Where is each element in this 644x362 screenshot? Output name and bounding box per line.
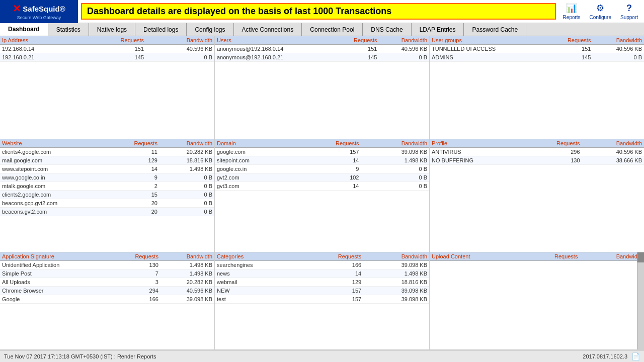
tab-dashboard[interactable]: Dashboard (0, 23, 48, 36)
user-row1-bandwidth: 40.596 KB (379, 45, 429, 53)
ip-row2-label: 192.168.0.21 (0, 53, 83, 62)
scrollbar-thumb[interactable] (637, 252, 644, 262)
configure-label: Configure (590, 15, 611, 20)
section-profile: Profile Requests Bandwidth ANTIVIRUS 296… (430, 139, 644, 252)
profile-col-label: Profile (430, 139, 525, 148)
tab-config-logs[interactable]: Config logs (187, 23, 233, 36)
uc-col-requests: Requests (521, 252, 580, 261)
logo-x: ✕ (13, 3, 21, 15)
domain-col-bandwidth: Bandwidth (361, 139, 429, 148)
support-button[interactable]: ? Support (616, 1, 642, 22)
table-row: test 157 39.098 KB (215, 295, 429, 304)
header-icons: 📊 Reports ⚙ Configure ? Support (559, 1, 644, 22)
tab-active-connections[interactable]: Active Connections (234, 23, 302, 36)
user-row2-bandwidth: 0 B (379, 53, 429, 62)
ip-address-table: Ip Address Requests Bandwidth 192.168.0.… (0, 36, 214, 62)
logo-text: SafeSquid® (23, 5, 65, 13)
app-col-requests: Requests (111, 252, 160, 261)
reports-icon: 📊 (566, 3, 577, 14)
table-row: TUNNELLED UI ACCESS 151 40.596 KB (430, 45, 644, 53)
ug-col-label: User groups (430, 36, 546, 45)
configure-button[interactable]: ⚙ Configure (586, 1, 615, 22)
table-row: google.com 157 39.098 KB (215, 148, 429, 156)
table-row: anonymous@192.168.0.21 145 0 B (215, 53, 429, 62)
nav-tabs: Dashboard Statistics Native logs Detaile… (0, 23, 644, 36)
ug-row1-label: TUNNELLED UI ACCESS (430, 45, 546, 53)
tab-detailed-logs[interactable]: Detailed logs (135, 23, 187, 36)
table-row: anonymous@192.168.0.14 151 40.596 KB (215, 45, 429, 53)
table-row: ADMINS 145 0 B (430, 53, 644, 62)
ug-col-bandwidth: Bandwidth (593, 36, 644, 45)
user-row1-requests: 151 (333, 45, 379, 53)
profile-col-requests: Requests (525, 139, 582, 148)
uc-col-label: Upload Content (430, 252, 521, 261)
table-row: All Uploads 3 20.282 KB (0, 278, 214, 287)
user-groups-table: User groups Requests Bandwidth TUNNELLED… (430, 36, 644, 62)
table-row: www.sitepoint.com 14 1.498 KB (0, 165, 214, 173)
ip-row2-requests: 145 (83, 53, 146, 62)
scrollbar[interactable] (637, 252, 644, 349)
app-col-label: Application Signature (0, 252, 111, 261)
configure-icon: ⚙ (596, 3, 604, 14)
ws-col-requests: Requests (109, 139, 159, 148)
support-label: Support (620, 15, 638, 20)
header: ✕ SafeSquid® Secure Web Gateway Dashboar… (0, 0, 644, 23)
table-row: mtalk.google.com 2 0 B (0, 182, 214, 191)
logo-subtitle: Secure Web Gateway (17, 15, 61, 20)
table-row: webmail 129 18.816 KB (215, 278, 429, 287)
ug-row2-requests: 145 (546, 53, 593, 62)
table-row: 192.168.0.21 145 0 B (0, 53, 214, 62)
ip-row1-bandwidth: 40.596 KB (146, 45, 214, 53)
section-categories: Categories Requests Bandwidth searchengi… (215, 252, 430, 349)
ws-col-bandwidth: Bandwidth (159, 139, 214, 148)
table-row: clients2.google.com 15 0 B (0, 191, 214, 199)
user-row1-label: anonymous@192.168.0.14 (215, 45, 333, 53)
ip-row1-requests: 151 (83, 45, 146, 53)
table-row: Simple Post 7 1.498 KB (0, 269, 214, 278)
tab-password-cache[interactable]: Password Cache (464, 23, 526, 36)
users-col-label: Users (215, 36, 333, 45)
table-row: Google 166 39.098 KB (0, 295, 214, 304)
ug-row2-label: ADMINS (430, 53, 546, 62)
table-row: ANTIVIRUS 296 40.596 KB (430, 148, 644, 156)
tab-native-logs[interactable]: Native logs (89, 23, 135, 36)
table-row: Chrome Browser 294 40.596 KB (0, 287, 214, 295)
table-row: 192.168.0.14 151 40.596 KB (0, 45, 214, 53)
section-user-groups: User groups Requests Bandwidth TUNNELLED… (430, 36, 644, 139)
cat-col-label: Categories (215, 252, 303, 261)
categories-table: Categories Requests Bandwidth searchengi… (215, 252, 429, 304)
ws-col-label: Website (0, 139, 109, 148)
section-upload-content: Upload Content Requests Bandwidth (430, 252, 644, 349)
domain-col-label: Domain (215, 139, 298, 148)
version-text: 2017.0817.1602.3 (583, 353, 627, 359)
table-row: beacons.gvt2.com 20 0 B (0, 208, 214, 216)
page-icon: 📄 (631, 352, 640, 360)
users-col-requests: Requests (333, 36, 379, 45)
table-row: www.google.co.in 9 0 B (0, 173, 214, 182)
section-users: Users Requests Bandwidth anonymous@192.1… (215, 36, 430, 139)
domain-col-requests: Requests (298, 139, 361, 148)
support-icon: ? (626, 3, 632, 14)
tab-ldap-entries[interactable]: LDAP Entries (412, 23, 464, 36)
section-row-3: Application Signature Requests Bandwidth… (0, 252, 644, 350)
section-row-1: Ip Address Requests Bandwidth 192.168.0.… (0, 36, 644, 139)
ip-row1-label: 192.168.0.14 (0, 45, 83, 53)
logo: ✕ SafeSquid® (13, 3, 65, 15)
cat-col-bandwidth: Bandwidth (363, 252, 429, 261)
section-app-signature: Application Signature Requests Bandwidth… (0, 252, 215, 349)
tab-connection-pool[interactable]: Connection Pool (302, 23, 363, 36)
reports-button[interactable]: 📊 Reports (559, 1, 585, 22)
table-row: mail.google.com 129 18.816 KB (0, 156, 214, 165)
profile-table: Profile Requests Bandwidth ANTIVIRUS 296… (430, 139, 644, 165)
cat-col-requests: Requests (303, 252, 363, 261)
table-row: clients4.google.com 11 20.282 KB (0, 148, 214, 156)
tab-statistics[interactable]: Statistics (48, 23, 89, 36)
table-row: gvt3.com 14 0 B (215, 182, 429, 191)
ug-row1-bandwidth: 40.596 KB (593, 45, 644, 53)
table-row: NO BUFFERING 130 38.666 KB (430, 156, 644, 165)
logo-area: ✕ SafeSquid® Secure Web Gateway (0, 0, 78, 23)
user-row2-requests: 145 (333, 53, 379, 62)
tab-dns-cache[interactable]: DNS Cache (363, 23, 411, 36)
app-signature-table: Application Signature Requests Bandwidth… (0, 252, 214, 304)
users-col-bandwidth: Bandwidth (379, 36, 429, 45)
